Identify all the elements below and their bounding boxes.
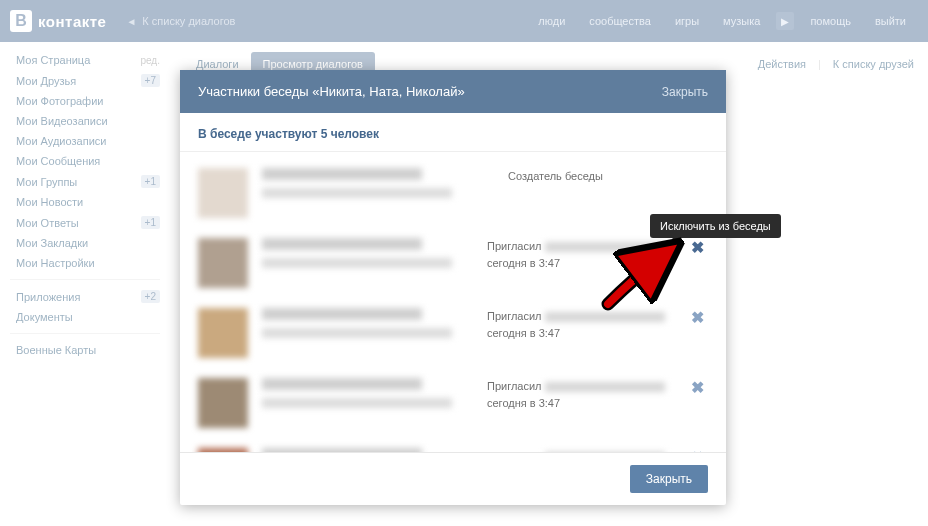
participant-sub (262, 328, 452, 338)
participant-name[interactable] (262, 238, 422, 250)
participant-role: Пригласил (487, 448, 687, 452)
modal-footer: Закрыть (180, 452, 726, 505)
participant-role: Создатель беседы (508, 168, 708, 185)
modal-body[interactable]: Создатель беседы Пригласил сегодня в 3:4… (180, 152, 726, 452)
modal-close-link[interactable]: Закрыть (662, 85, 708, 99)
avatar[interactable] (198, 308, 248, 358)
participant-sub (262, 398, 452, 408)
participant-row: Пригласил ✖ (198, 438, 726, 452)
participant-row: Пригласил сегодня в 3:47 ✖ (198, 298, 726, 368)
remove-participant-icon[interactable]: ✖ (687, 450, 708, 452)
participants-modal: Участники беседы «Никита, Ната, Николай»… (180, 70, 726, 505)
participant-sub (262, 258, 452, 268)
close-button[interactable]: Закрыть (630, 465, 708, 493)
participant-name[interactable] (262, 168, 422, 180)
remove-participant-icon[interactable]: ✖ (687, 310, 708, 326)
remove-participant-icon[interactable]: ✖ (687, 240, 708, 256)
participant-name[interactable] (262, 378, 422, 390)
invited-time: сегодня в 3:47 (487, 397, 560, 409)
avatar[interactable] (198, 378, 248, 428)
invited-prefix: Пригласил (487, 380, 542, 392)
participant-role: Пригласил сегодня в 3:47 (487, 378, 687, 411)
participant-name[interactable] (262, 448, 422, 452)
participant-row: Создатель беседы (198, 158, 726, 228)
participant-sub (262, 188, 452, 198)
invited-prefix: Пригласил (487, 450, 542, 452)
inviter-name[interactable] (545, 242, 665, 252)
inviter-name[interactable] (545, 312, 665, 322)
modal-header: Участники беседы «Никита, Ната, Николай»… (180, 70, 726, 113)
avatar[interactable] (198, 168, 248, 218)
participant-row: Пригласил сегодня в 3:47 ✖ (198, 228, 726, 298)
modal-title: Участники беседы «Никита, Ната, Николай» (198, 84, 465, 99)
avatar[interactable] (198, 448, 248, 452)
remove-participant-icon[interactable]: ✖ (687, 380, 708, 396)
participant-name[interactable] (262, 308, 422, 320)
invited-prefix: Пригласил (487, 240, 542, 252)
remove-tooltip: Исключить из беседы (650, 214, 781, 238)
avatar[interactable] (198, 238, 248, 288)
invited-time: сегодня в 3:47 (487, 327, 560, 339)
participant-role: Пригласил сегодня в 3:47 (487, 238, 687, 271)
participant-role: Пригласил сегодня в 3:47 (487, 308, 687, 341)
inviter-name[interactable] (545, 382, 665, 392)
invited-prefix: Пригласил (487, 310, 542, 322)
participant-row: Пригласил сегодня в 3:47 ✖ (198, 368, 726, 438)
invited-time: сегодня в 3:47 (487, 257, 560, 269)
modal-subtitle: В беседе участвуют 5 человек (180, 113, 726, 152)
